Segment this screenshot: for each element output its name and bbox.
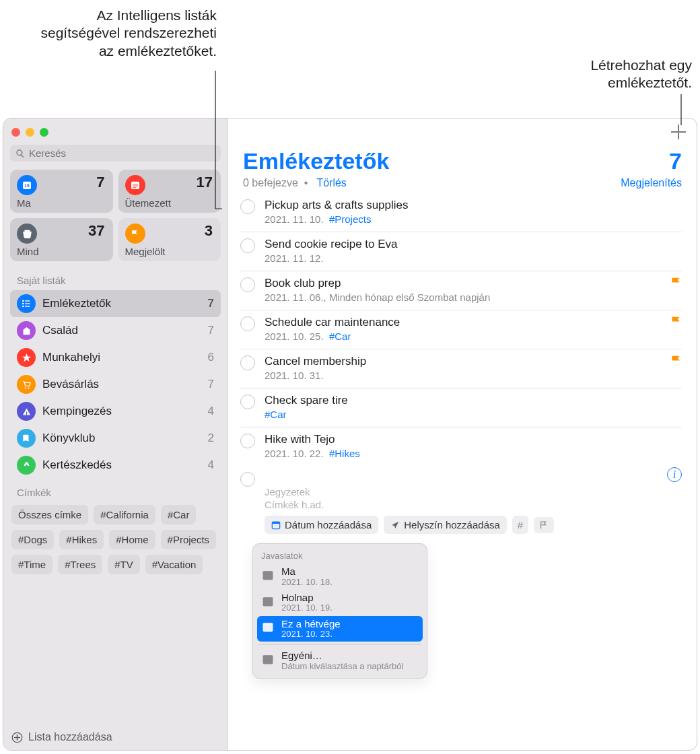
add-reminder-button[interactable] bbox=[671, 125, 686, 139]
show-completed-link[interactable]: Megjelenítés bbox=[621, 177, 682, 189]
reminder-row[interactable]: Pickup arts & crafts supplies2021. 11. 1… bbox=[240, 193, 682, 232]
callout-smartlists: Az Intelligens listák segítségével rends… bbox=[28, 7, 217, 60]
camping-list-icon bbox=[17, 402, 36, 421]
suggestion-subtitle: 2021. 10. 19. bbox=[281, 603, 332, 613]
tag-chip[interactable]: #Hikes bbox=[59, 530, 104, 549]
main-pane: Emlékeztetők 7 0 befejezve • Törlés Megj… bbox=[228, 118, 697, 750]
sidebar-list-camping[interactable]: Kempingezés4 bbox=[10, 398, 221, 425]
svg-point-8 bbox=[22, 300, 24, 302]
svg-rect-7 bbox=[24, 230, 30, 231]
notes-placeholder[interactable]: Jegyzetek bbox=[265, 486, 682, 498]
gardening-list-icon bbox=[17, 456, 36, 475]
scheduled-icon bbox=[125, 175, 145, 195]
tags-placeholder[interactable]: Címkék h.ad. bbox=[265, 499, 682, 510]
sidebar-list-bookclub[interactable]: Könyvklub2 bbox=[10, 425, 221, 452]
svg-rect-4 bbox=[133, 184, 138, 184]
sidebar-list-gardening[interactable]: Kertészkedés4 bbox=[10, 452, 221, 479]
svg-point-10 bbox=[22, 303, 24, 305]
search-input[interactable] bbox=[29, 147, 215, 159]
reminder-title: Cancel membership bbox=[265, 355, 682, 368]
smart-card-label: Ma bbox=[17, 197, 31, 209]
add-tag-chip[interactable]: # bbox=[512, 516, 528, 534]
complete-checkbox[interactable] bbox=[240, 238, 255, 253]
svg-rect-9 bbox=[25, 300, 30, 301]
smart-card-today[interactable]: 197Ma bbox=[10, 170, 113, 213]
complete-checkbox[interactable] bbox=[240, 277, 255, 292]
add-location-chip[interactable]: Helyszín hozzáadása bbox=[384, 516, 507, 534]
date-suggestion-item[interactable]: Ez a hétvége2021. 10. 23. bbox=[257, 616, 423, 642]
minimize-window-button[interactable] bbox=[26, 128, 34, 137]
tag-chip[interactable]: #Car bbox=[161, 505, 197, 524]
clear-completed-link[interactable]: Törlés bbox=[316, 177, 346, 188]
date-suggestions-popover: Javaslatok Ma2021. 10. 18.Holnap2021. 10… bbox=[252, 543, 427, 679]
smart-card-scheduled[interactable]: 17Ütemezett bbox=[118, 170, 221, 213]
smart-card-label: Mind bbox=[17, 246, 39, 257]
list-label: Munkahelyi bbox=[42, 351, 208, 364]
reminder-row[interactable]: Send cookie recipe to Eva2021. 11. 12. bbox=[240, 232, 682, 271]
svg-point-12 bbox=[22, 306, 24, 308]
tag-chip[interactable]: #Projects bbox=[161, 530, 217, 549]
reminder-title: Check spare tire bbox=[265, 394, 682, 407]
list-count: 2 bbox=[208, 432, 214, 445]
zoom-window-button[interactable] bbox=[40, 128, 48, 137]
list-title: Emlékeztetők bbox=[243, 148, 389, 174]
reminder-title: Schedule car maintenance bbox=[265, 316, 682, 329]
list-count: 6 bbox=[208, 351, 214, 364]
smart-card-flagged[interactable]: 3Megjelölt bbox=[118, 218, 221, 261]
window-controls bbox=[10, 125, 221, 145]
tag-chip[interactable]: #Dogs bbox=[11, 530, 54, 549]
date-suggestion-item[interactable]: Holnap2021. 10. 19. bbox=[257, 590, 423, 616]
svg-rect-21 bbox=[263, 571, 273, 573]
calendar-icon bbox=[261, 568, 275, 585]
add-flag-chip[interactable] bbox=[534, 517, 554, 533]
tag-chip[interactable]: #Trees bbox=[58, 555, 102, 574]
reminder-row[interactable]: Hike with Tejo2021. 10. 22. #Hikes bbox=[240, 427, 682, 466]
list-label: Család bbox=[42, 324, 208, 337]
flag-icon bbox=[670, 316, 682, 331]
smart-card-all[interactable]: 37Mind bbox=[10, 218, 113, 261]
sidebar-list-shopping[interactable]: Bevásárlás7 bbox=[10, 371, 221, 398]
svg-point-16 bbox=[28, 387, 29, 388]
reminders-list-icon bbox=[17, 294, 36, 313]
smart-card-count: 3 bbox=[205, 222, 213, 240]
reminder-row[interactable]: Check spare tire#Car bbox=[240, 388, 682, 427]
date-suggestion-item[interactable]: Ma2021. 10. 18. bbox=[257, 563, 423, 590]
complete-checkbox[interactable] bbox=[240, 472, 255, 487]
tag-chip[interactable]: #Vacation bbox=[145, 555, 203, 574]
complete-checkbox[interactable] bbox=[240, 316, 255, 331]
new-reminder-row[interactable]: Jegyzetek Címkék h.ad. Dátum hozzáadása … bbox=[240, 466, 682, 541]
sidebar-list-work[interactable]: Munkahelyi6 bbox=[10, 344, 221, 371]
tag-chip[interactable]: Összes címke bbox=[11, 505, 88, 524]
all-icon bbox=[17, 224, 37, 244]
calendar-icon bbox=[261, 620, 275, 637]
tag-chip[interactable]: #Home bbox=[109, 530, 155, 549]
date-suggestion-item[interactable]: Egyéni…Dátum kiválasztása a naptárból bbox=[257, 648, 423, 674]
sidebar-list-family[interactable]: Család7 bbox=[10, 317, 221, 344]
reminder-row[interactable]: Schedule car maintenance2021. 10. 25. #C… bbox=[240, 310, 682, 349]
tag-chip[interactable]: #Time bbox=[11, 555, 53, 574]
complete-checkbox[interactable] bbox=[240, 355, 255, 370]
complete-checkbox[interactable] bbox=[240, 199, 255, 214]
toolbar bbox=[228, 118, 697, 145]
svg-rect-19 bbox=[272, 522, 279, 524]
list-count: 7 bbox=[208, 378, 214, 391]
tag-chip[interactable]: #TV bbox=[108, 555, 140, 574]
search-field[interactable] bbox=[10, 145, 221, 162]
close-window-button[interactable] bbox=[11, 128, 20, 137]
my-lists-header: Saját listák bbox=[10, 271, 221, 290]
reminder-title: Book club prep bbox=[265, 277, 682, 290]
reminder-row[interactable]: Cancel membership2021. 10. 31. bbox=[240, 349, 682, 388]
tag-chip[interactable]: #California bbox=[94, 505, 155, 524]
calendar-icon bbox=[261, 652, 275, 669]
complete-checkbox[interactable] bbox=[240, 434, 255, 448]
new-reminder-title-input[interactable] bbox=[265, 471, 682, 485]
reminder-row[interactable]: Book club prep2021. 11. 06., Minden hóna… bbox=[240, 271, 682, 310]
add-date-chip[interactable]: Dátum hozzáadása bbox=[265, 516, 378, 534]
list-count: 7 bbox=[669, 148, 682, 174]
sidebar-list-reminders[interactable]: Emlékeztetők7 bbox=[10, 290, 221, 317]
complete-checkbox[interactable] bbox=[240, 395, 255, 409]
reminder-subtitle: 2021. 10. 31. bbox=[265, 370, 682, 381]
add-list-button[interactable]: Lista hozzáadása bbox=[11, 731, 112, 743]
reminder-title: Pickup arts & crafts supplies bbox=[265, 199, 682, 212]
info-button[interactable]: i bbox=[667, 467, 682, 482]
